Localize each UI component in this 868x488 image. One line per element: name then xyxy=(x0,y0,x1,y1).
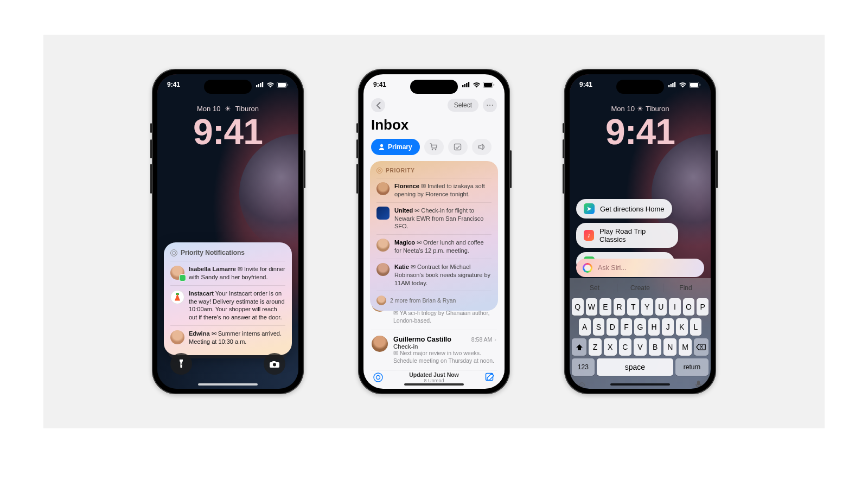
tab-updates[interactable] xyxy=(448,139,468,155)
battery-icon xyxy=(277,82,289,88)
key-c[interactable]: C xyxy=(619,338,632,356)
status-time: 9:41 xyxy=(579,81,616,88)
key-d[interactable]: D xyxy=(607,318,618,336)
priority-inbox-card[interactable]: PRIORITY Florence ✉︎ Invited to izakaya … xyxy=(370,161,498,311)
kbd-suggestion[interactable]: Set xyxy=(572,280,617,296)
key-m[interactable]: M xyxy=(679,338,692,356)
key-l[interactable]: L xyxy=(690,318,702,336)
key-a[interactable]: A xyxy=(579,318,591,336)
key-o[interactable]: O xyxy=(683,298,695,316)
key-j[interactable]: J xyxy=(662,318,674,336)
key-return[interactable]: return xyxy=(675,358,709,376)
dynamic-island[interactable] xyxy=(204,80,252,94)
priority-more[interactable]: 2 more from Brian & Ryan xyxy=(376,291,492,305)
siri-input[interactable]: Ask Siri... xyxy=(576,259,704,277)
key-z[interactable]: Z xyxy=(589,338,602,356)
tab-primary[interactable]: Primary xyxy=(371,139,420,155)
key-space[interactable]: space xyxy=(597,358,673,376)
wifi-icon xyxy=(266,82,275,88)
key-g[interactable]: G xyxy=(634,318,646,336)
svg-rect-14 xyxy=(484,83,492,87)
key-b[interactable]: B xyxy=(649,338,662,356)
status-time: 9:41 xyxy=(373,81,410,88)
category-tabs: Primary xyxy=(371,139,497,155)
home-indicator[interactable] xyxy=(610,383,670,386)
key-n[interactable]: N xyxy=(663,338,676,356)
svg-rect-12 xyxy=(468,82,469,87)
priority-icon xyxy=(170,249,177,256)
key-r[interactable]: R xyxy=(614,298,626,316)
dynamic-island[interactable] xyxy=(410,80,458,94)
tab-shopping[interactable] xyxy=(424,139,444,155)
svg-rect-2 xyxy=(260,83,261,87)
notification-row[interactable]: Isabella Lamarre ✉︎ Invite for dinner wi… xyxy=(170,261,285,285)
camera-button[interactable] xyxy=(264,353,285,375)
key-delete[interactable] xyxy=(694,338,709,356)
dynamic-island[interactable] xyxy=(616,80,664,94)
priority-mail-row[interactable]: Magico ✉︎ Order lunch and coffee for Nee… xyxy=(376,234,492,259)
phone-mail-inbox: 9:41 Select ⋯ Inbox xyxy=(358,69,510,394)
key-u[interactable]: U xyxy=(655,298,667,316)
svg-rect-15 xyxy=(494,84,495,86)
svg-rect-10 xyxy=(464,84,465,87)
key-y[interactable]: Y xyxy=(641,298,653,316)
key-f[interactable]: F xyxy=(621,318,633,336)
priority-mail-row[interactable]: United ✉︎ Check-in for flight to Newark … xyxy=(376,202,492,235)
united-icon xyxy=(376,207,390,220)
keyboard-suggestions: Set Create Find xyxy=(572,280,709,296)
key-shift[interactable] xyxy=(572,338,586,356)
key-k[interactable]: K xyxy=(676,318,688,336)
siri-suggestion[interactable]: ♪Play Road Trip Classics xyxy=(576,223,678,248)
compose-button[interactable] xyxy=(484,371,496,383)
emoji-button[interactable]: ☺ xyxy=(576,379,588,389)
svg-point-8 xyxy=(273,363,276,366)
key-e[interactable]: E xyxy=(599,298,611,316)
svg-rect-9 xyxy=(462,85,463,87)
key-p[interactable]: P xyxy=(697,298,709,316)
intelligence-button[interactable] xyxy=(372,371,384,383)
svg-rect-29 xyxy=(700,84,701,86)
page-title: Inbox xyxy=(371,117,497,133)
priority-mail-row[interactable]: Florence ✉︎ Invited to izakaya soft open… xyxy=(376,178,492,202)
priority-icon xyxy=(376,168,382,174)
key-v[interactable]: V xyxy=(634,338,647,356)
svg-rect-24 xyxy=(671,84,672,87)
flashlight-button[interactable] xyxy=(170,353,192,375)
priority-notifications-card[interactable]: Priority Notifications Isabella Lamarre … xyxy=(164,242,292,355)
notification-row[interactable]: Instacart Your Instacart order is on the… xyxy=(170,285,285,325)
back-button[interactable] xyxy=(371,98,385,112)
key-t[interactable]: T xyxy=(627,298,639,316)
home-indicator[interactable] xyxy=(198,383,258,386)
cellular-icon xyxy=(256,82,264,87)
key-q[interactable]: Q xyxy=(572,298,584,316)
person-icon xyxy=(379,144,385,150)
key-h[interactable]: H xyxy=(648,318,660,336)
key-i[interactable]: I xyxy=(669,298,681,316)
more-button[interactable]: ⋯ xyxy=(483,98,497,112)
siri-suggestion[interactable]: ➤Get directions Home xyxy=(576,199,672,219)
select-button[interactable]: Select xyxy=(448,99,478,112)
lock-clock: 9:41 xyxy=(570,111,711,152)
mail-row[interactable]: Guillermo Castillo8:58 AM› Check-in ✉︎ N… xyxy=(371,330,497,370)
avatar xyxy=(170,330,184,344)
phone-siri-typing: 9:41 Mon 10☀︎Tiburon 9:41 ➤Get direction… xyxy=(564,69,716,394)
avatar xyxy=(372,336,388,352)
unread-count: 8 Unread xyxy=(384,378,484,383)
dictation-button[interactable] xyxy=(692,379,704,389)
key-s[interactable]: S xyxy=(593,318,605,336)
tab-promotions[interactable] xyxy=(472,139,492,155)
key-w[interactable]: W xyxy=(586,298,598,316)
kbd-suggestion[interactable]: Create xyxy=(617,280,663,296)
siri-orb-icon xyxy=(583,263,592,273)
updated-status: Updated Just Now xyxy=(384,371,484,378)
priority-mail-row[interactable]: Katie ✉︎ Contract for Michael Robinson's… xyxy=(376,259,492,291)
key-x[interactable]: X xyxy=(604,338,617,356)
home-indicator[interactable] xyxy=(404,383,464,386)
instacart-icon xyxy=(170,290,184,304)
marketing-stage: 9:41 Mon 10 ☀︎ Tiburon 9:41 Priority Not… xyxy=(43,35,825,428)
priority-header: Priority Notifications xyxy=(170,249,285,256)
key-123[interactable]: 123 xyxy=(572,358,595,376)
svg-rect-26 xyxy=(674,82,675,87)
notification-row[interactable]: Edwina ✉︎ Summer interns arrived. Meetin… xyxy=(170,325,285,350)
kbd-suggestion[interactable]: Find xyxy=(663,280,709,296)
